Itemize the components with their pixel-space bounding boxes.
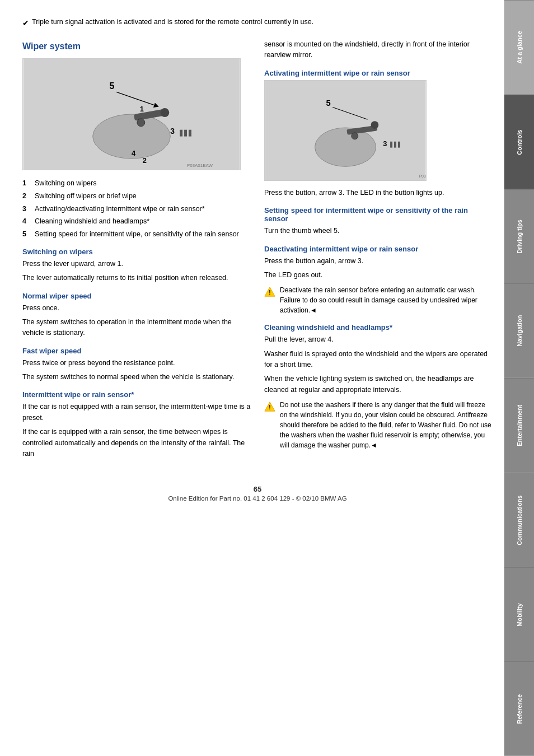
activating-diagram: 5 3 P03516EAW bbox=[264, 80, 427, 181]
sidebar-tab-controls[interactable]: Controls bbox=[504, 95, 534, 189]
intermittent-text1: If the car is not equipped with a rain s… bbox=[22, 402, 251, 423]
right-column: sensor is mounted on the windshield, dir… bbox=[264, 39, 493, 463]
cleaning-text1: Pull the lever, arrow 4. bbox=[264, 334, 493, 345]
svg-text:4: 4 bbox=[132, 149, 136, 157]
list-item-2: 2 Switching off wipers or brief wipe bbox=[22, 191, 251, 202]
svg-text:5: 5 bbox=[109, 81, 114, 91]
sidebar-tab-reference[interactable]: Reference bbox=[504, 661, 534, 756]
svg-point-16 bbox=[315, 128, 376, 166]
intermittent-text2: If the car is equipped with a rain senso… bbox=[22, 427, 251, 459]
svg-rect-7 bbox=[180, 130, 182, 137]
normal-speed-heading: Normal wiper speed bbox=[22, 292, 251, 300]
item-number: 1 bbox=[22, 178, 30, 189]
setting-speed-text: Turn the thumb wheel 5. bbox=[264, 226, 493, 236]
svg-text:P03516EAW: P03516EAW bbox=[419, 174, 426, 178]
main-content: ✔ Triple turn signal activation is activ… bbox=[0, 0, 504, 756]
svg-point-13 bbox=[137, 119, 145, 127]
sidebar-tab-entertainment[interactable]: Entertainment bbox=[504, 378, 534, 473]
edition-text: Online Edition for Part no. 01 41 2 604 … bbox=[168, 495, 346, 502]
switching-on-text2: The lever automatically returns to its i… bbox=[22, 273, 251, 283]
svg-text:P03A01EAW: P03A01EAW bbox=[187, 163, 213, 168]
svg-text:5: 5 bbox=[326, 98, 330, 107]
cleaning-heading: Cleaning windshield and headlamps* bbox=[264, 323, 493, 332]
item-text: Setting speed for intermittent wipe, or … bbox=[35, 229, 239, 240]
fast-speed-heading: Fast wiper speed bbox=[22, 347, 251, 355]
activating-heading: Activating intermittent wipe or rain sen… bbox=[264, 69, 493, 77]
item-text: Cleaning windshield and headlamps* bbox=[35, 216, 149, 227]
cleaning-warning: ! Do not use the washers if there is any… bbox=[264, 400, 493, 450]
cleaning-warning-text: Do not use the washers if there is any d… bbox=[280, 400, 493, 450]
list-item-1: 1 Switching on wipers bbox=[22, 178, 251, 189]
wiper-diagram: 5 3 4 2 1 bbox=[22, 58, 241, 170]
svg-rect-24 bbox=[398, 142, 400, 148]
sidebar-tab-driving-tips[interactable]: Driving tips bbox=[504, 189, 534, 284]
page-number: 65 bbox=[22, 485, 493, 493]
checkmark-icon: ✔ bbox=[22, 17, 29, 29]
cleaning-text3: When the vehicle lighting system is swit… bbox=[264, 374, 493, 395]
item-number: 4 bbox=[22, 216, 30, 227]
svg-point-3 bbox=[160, 108, 169, 117]
left-column: Wiper system 5 3 bbox=[22, 39, 251, 463]
item-number: 2 bbox=[22, 191, 30, 202]
deactivating-text1: Press the button again, arrow 3. bbox=[264, 256, 493, 267]
list-item-3: 3 Activating/deactivating intermittent w… bbox=[22, 204, 251, 214]
svg-rect-23 bbox=[394, 142, 396, 148]
item-text: Switching on wipers bbox=[35, 178, 96, 189]
deactivating-warning-text: Deactivate the rain sensor before enteri… bbox=[280, 285, 493, 315]
sidebar-tab-communications[interactable]: Communications bbox=[504, 473, 534, 567]
svg-rect-8 bbox=[184, 130, 187, 137]
svg-rect-9 bbox=[189, 130, 191, 137]
item-text: Switching off wipers or brief wipe bbox=[35, 191, 137, 202]
warning-triangle-icon-2: ! bbox=[264, 401, 275, 450]
svg-text:!: ! bbox=[269, 405, 270, 411]
item-number: 3 bbox=[22, 204, 30, 214]
svg-text:1: 1 bbox=[140, 105, 144, 113]
svg-text:!: ! bbox=[269, 290, 270, 296]
deactivating-warning: ! Deactivate the rain sensor before ente… bbox=[264, 285, 493, 315]
list-item-5: 5 Setting speed for intermittent wipe, o… bbox=[22, 229, 251, 240]
item-number: 5 bbox=[22, 229, 30, 240]
item-text: Activating/deactivating intermittent wip… bbox=[35, 204, 205, 214]
normal-speed-text2: The system switches to operation in the … bbox=[22, 317, 251, 339]
sidebar-tab-mobility[interactable]: Mobility bbox=[504, 567, 534, 662]
switching-on-heading: Switching on wipers bbox=[22, 248, 251, 256]
page-footer: 65 Online Edition for Part no. 01 41 2 6… bbox=[22, 479, 493, 502]
two-column-layout: Wiper system 5 3 bbox=[22, 39, 493, 463]
sidebar-tab-at-a-glance[interactable]: At a glance bbox=[504, 0, 534, 95]
switching-on-text1: Press the lever upward, arrow 1. bbox=[22, 259, 251, 269]
intermittent-heading: Intermittent wipe or rain sensor* bbox=[22, 390, 251, 399]
numbered-list: 1 Switching on wipers 2 Switching off wi… bbox=[22, 178, 251, 240]
cleaning-text2: Washer fluid is sprayed onto the windshi… bbox=[264, 349, 493, 371]
svg-rect-22 bbox=[390, 142, 392, 148]
sensor-text: sensor is mounted on the windshield, dir… bbox=[264, 39, 493, 61]
intro-text: Triple turn signal activation is activat… bbox=[32, 17, 313, 27]
intro-paragraph: ✔ Triple turn signal activation is activ… bbox=[22, 17, 493, 29]
svg-text:3: 3 bbox=[170, 127, 175, 136]
svg-point-25 bbox=[352, 133, 358, 139]
wiper-system-heading: Wiper system bbox=[22, 41, 251, 52]
svg-point-18 bbox=[371, 121, 378, 129]
svg-text:3: 3 bbox=[383, 139, 387, 147]
warning-triangle-icon: ! bbox=[264, 286, 275, 315]
deactivating-text2: The LED goes out. bbox=[264, 270, 493, 281]
deactivating-heading: Deactivating intermittent wipe or rain s… bbox=[264, 245, 493, 253]
svg-text:2: 2 bbox=[143, 156, 147, 165]
sidebar-tab-navigation[interactable]: Navigation bbox=[504, 283, 534, 378]
fast-speed-text1: Press twice or press beyond the resistan… bbox=[22, 358, 251, 368]
list-item-4: 4 Cleaning windshield and headlamps* bbox=[22, 216, 251, 227]
normal-speed-text1: Press once. bbox=[22, 303, 251, 314]
fast-speed-text2: The system switches to normal speed when… bbox=[22, 372, 251, 382]
setting-speed-heading: Setting speed for intermittent wipe or s… bbox=[264, 206, 493, 223]
sidebar: At a glance Controls Driving tips Naviga… bbox=[504, 0, 534, 756]
activating-text: Press the button, arrow 3. The LED in th… bbox=[264, 188, 493, 198]
